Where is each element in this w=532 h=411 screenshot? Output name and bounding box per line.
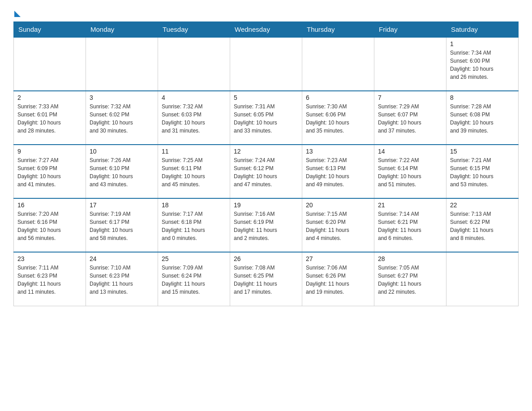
calendar-cell: 2Sunrise: 7:33 AM Sunset: 6:01 PM Daylig…	[14, 91, 86, 145]
day-info: Sunrise: 7:23 AM Sunset: 6:13 PM Dayligh…	[306, 156, 370, 188]
day-number: 9	[17, 148, 82, 155]
calendar-cell: 27Sunrise: 7:06 AM Sunset: 6:26 PM Dayli…	[302, 252, 374, 306]
calendar-cell: 4Sunrise: 7:32 AM Sunset: 6:03 PM Daylig…	[158, 91, 230, 145]
day-info: Sunrise: 7:19 AM Sunset: 6:17 PM Dayligh…	[90, 210, 154, 242]
day-number: 26	[234, 255, 298, 262]
day-info: Sunrise: 7:28 AM Sunset: 6:08 PM Dayligh…	[450, 103, 515, 135]
day-number: 13	[306, 148, 370, 155]
day-info: Sunrise: 7:32 AM Sunset: 6:02 PM Dayligh…	[90, 103, 154, 135]
calendar-week-row: 2Sunrise: 7:33 AM Sunset: 6:01 PM Daylig…	[14, 91, 519, 145]
calendar-cell: 20Sunrise: 7:15 AM Sunset: 6:20 PM Dayli…	[302, 198, 374, 252]
day-info: Sunrise: 7:14 AM Sunset: 6:21 PM Dayligh…	[378, 210, 442, 242]
day-number: 24	[90, 255, 154, 262]
calendar-cell: 19Sunrise: 7:16 AM Sunset: 6:19 PM Dayli…	[230, 198, 302, 252]
day-number: 2	[17, 94, 82, 101]
day-info: Sunrise: 7:05 AM Sunset: 6:27 PM Dayligh…	[378, 264, 442, 296]
day-info: Sunrise: 7:17 AM Sunset: 6:18 PM Dayligh…	[162, 210, 226, 242]
calendar-cell: 9Sunrise: 7:27 AM Sunset: 6:09 PM Daylig…	[14, 145, 86, 198]
weekday-header-wednesday: Wednesday	[230, 22, 302, 38]
day-info: Sunrise: 7:09 AM Sunset: 6:24 PM Dayligh…	[162, 264, 226, 296]
day-number: 12	[234, 148, 298, 155]
calendar-cell: 7Sunrise: 7:29 AM Sunset: 6:07 PM Daylig…	[374, 91, 446, 145]
calendar-cell: 28Sunrise: 7:05 AM Sunset: 6:27 PM Dayli…	[374, 252, 446, 306]
calendar-cell: 3Sunrise: 7:32 AM Sunset: 6:02 PM Daylig…	[86, 91, 158, 145]
calendar-cell: 12Sunrise: 7:24 AM Sunset: 6:12 PM Dayli…	[230, 145, 302, 198]
day-number: 14	[378, 148, 442, 155]
calendar-cell: 23Sunrise: 7:11 AM Sunset: 6:23 PM Dayli…	[14, 252, 86, 306]
day-number: 28	[378, 255, 442, 262]
calendar-cell: 10Sunrise: 7:26 AM Sunset: 6:10 PM Dayli…	[86, 145, 158, 198]
calendar-cell: 8Sunrise: 7:28 AM Sunset: 6:08 PM Daylig…	[446, 91, 519, 145]
day-info: Sunrise: 7:22 AM Sunset: 6:14 PM Dayligh…	[378, 156, 442, 188]
day-info: Sunrise: 7:10 AM Sunset: 6:23 PM Dayligh…	[90, 264, 154, 296]
weekday-header-thursday: Thursday	[302, 22, 374, 38]
day-number: 17	[90, 201, 154, 209]
calendar-cell: 6Sunrise: 7:30 AM Sunset: 6:06 PM Daylig…	[302, 91, 374, 145]
day-number: 5	[234, 94, 298, 101]
day-info: Sunrise: 7:34 AM Sunset: 6:00 PM Dayligh…	[450, 49, 515, 81]
day-info: Sunrise: 7:30 AM Sunset: 6:06 PM Dayligh…	[306, 103, 370, 135]
calendar-week-row: 1Sunrise: 7:34 AM Sunset: 6:00 PM Daylig…	[14, 37, 519, 91]
calendar-cell	[158, 37, 230, 91]
day-info: Sunrise: 7:06 AM Sunset: 6:26 PM Dayligh…	[306, 264, 370, 296]
calendar-cell: 16Sunrise: 7:20 AM Sunset: 6:16 PM Dayli…	[14, 198, 86, 252]
weekday-header-monday: Monday	[86, 22, 158, 38]
calendar-cell: 5Sunrise: 7:31 AM Sunset: 6:05 PM Daylig…	[230, 91, 302, 145]
weekday-header-sunday: Sunday	[14, 22, 86, 38]
day-number: 8	[450, 94, 515, 101]
day-info: Sunrise: 7:20 AM Sunset: 6:16 PM Dayligh…	[17, 210, 82, 242]
weekday-header-tuesday: Tuesday	[158, 22, 230, 38]
calendar-cell: 14Sunrise: 7:22 AM Sunset: 6:14 PM Dayli…	[374, 145, 446, 198]
day-info: Sunrise: 7:08 AM Sunset: 6:25 PM Dayligh…	[234, 264, 298, 296]
day-number: 3	[90, 94, 154, 101]
weekday-header-friday: Friday	[374, 22, 446, 38]
calendar-cell: 24Sunrise: 7:10 AM Sunset: 6:23 PM Dayli…	[86, 252, 158, 306]
calendar-cell: 18Sunrise: 7:17 AM Sunset: 6:18 PM Dayli…	[158, 198, 230, 252]
calendar-cell: 11Sunrise: 7:25 AM Sunset: 6:11 PM Dayli…	[158, 145, 230, 198]
calendar-cell	[446, 252, 519, 306]
calendar-cell: 15Sunrise: 7:21 AM Sunset: 6:15 PM Dayli…	[446, 145, 519, 198]
logo-arrow-icon	[14, 11, 21, 17]
day-number: 18	[162, 201, 226, 209]
day-info: Sunrise: 7:29 AM Sunset: 6:07 PM Dayligh…	[378, 103, 442, 135]
day-info: Sunrise: 7:24 AM Sunset: 6:12 PM Dayligh…	[234, 156, 298, 188]
calendar-week-row: 23Sunrise: 7:11 AM Sunset: 6:23 PM Dayli…	[14, 252, 519, 306]
day-number: 25	[162, 255, 226, 262]
day-number: 27	[306, 255, 370, 262]
calendar-cell: 1Sunrise: 7:34 AM Sunset: 6:00 PM Daylig…	[446, 37, 519, 91]
day-info: Sunrise: 7:15 AM Sunset: 6:20 PM Dayligh…	[306, 210, 370, 242]
day-info: Sunrise: 7:26 AM Sunset: 6:10 PM Dayligh…	[90, 156, 154, 188]
day-number: 10	[90, 148, 154, 155]
calendar-cell	[86, 37, 158, 91]
page-header	[13, 9, 519, 17]
day-info: Sunrise: 7:32 AM Sunset: 6:03 PM Dayligh…	[162, 103, 226, 135]
day-number: 20	[306, 201, 370, 209]
day-info: Sunrise: 7:33 AM Sunset: 6:01 PM Dayligh…	[17, 103, 82, 135]
day-number: 7	[378, 94, 442, 101]
day-number: 11	[162, 148, 226, 155]
calendar-week-row: 9Sunrise: 7:27 AM Sunset: 6:09 PM Daylig…	[14, 145, 519, 198]
day-number: 23	[17, 255, 82, 262]
day-number: 19	[234, 201, 298, 209]
day-number: 4	[162, 94, 226, 101]
calendar-table: SundayMondayTuesdayWednesdayThursdayFrid…	[13, 21, 519, 306]
calendar-cell: 13Sunrise: 7:23 AM Sunset: 6:13 PM Dayli…	[302, 145, 374, 198]
calendar-week-row: 16Sunrise: 7:20 AM Sunset: 6:16 PM Dayli…	[14, 198, 519, 252]
day-number: 21	[378, 201, 442, 209]
day-number: 6	[306, 94, 370, 101]
calendar-cell: 21Sunrise: 7:14 AM Sunset: 6:21 PM Dayli…	[374, 198, 446, 252]
calendar-cell	[302, 37, 374, 91]
calendar-cell: 26Sunrise: 7:08 AM Sunset: 6:25 PM Dayli…	[230, 252, 302, 306]
calendar-cell	[374, 37, 446, 91]
day-info: Sunrise: 7:31 AM Sunset: 6:05 PM Dayligh…	[234, 103, 298, 135]
calendar-cell: 22Sunrise: 7:13 AM Sunset: 6:22 PM Dayli…	[446, 198, 519, 252]
day-number: 15	[450, 148, 515, 155]
day-info: Sunrise: 7:16 AM Sunset: 6:19 PM Dayligh…	[234, 210, 298, 242]
calendar-cell	[230, 37, 302, 91]
calendar-cell: 17Sunrise: 7:19 AM Sunset: 6:17 PM Dayli…	[86, 198, 158, 252]
logo	[13, 9, 21, 17]
weekday-header-row: SundayMondayTuesdayWednesdayThursdayFrid…	[14, 22, 519, 38]
calendar-cell	[14, 37, 86, 91]
day-number: 1	[450, 40, 515, 47]
day-number: 16	[17, 201, 82, 209]
